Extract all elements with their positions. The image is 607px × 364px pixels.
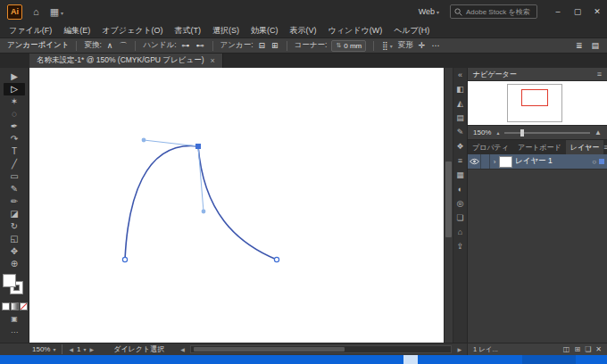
menu-effect[interactable]: 効果(C)	[251, 25, 279, 37]
navigator-zoom-slider[interactable]	[504, 132, 590, 134]
artboard-navigation-select[interactable]: 1▾	[77, 345, 86, 353]
remove-anchor-icon[interactable]: ⊟	[258, 42, 267, 50]
corner-radius-stepper[interactable]: ⇅0 mm	[331, 40, 366, 52]
anchor-point[interactable]	[122, 257, 127, 261]
symbols-panel-icon[interactable]: ❖	[456, 143, 463, 151]
draw-mode-icon[interactable]: ▣	[11, 316, 18, 323]
arrange-documents-icon[interactable]: ▦▾	[50, 7, 63, 17]
add-anchor-icon[interactable]: ⊞	[270, 42, 279, 50]
layer-visibility-toggle[interactable]	[468, 154, 481, 169]
graphic-styles-panel-icon[interactable]: ❏	[456, 214, 463, 222]
layer-thumbnail[interactable]	[500, 157, 511, 167]
minimize-button[interactable]: –	[548, 0, 568, 23]
libraries-panel-icon[interactable]: ⌂	[458, 228, 462, 236]
layer-row-1[interactable]: › レイヤー 1 ○	[468, 154, 607, 170]
scale-tool[interactable]: ◱	[4, 233, 25, 245]
drawn-path[interactable]	[125, 146, 277, 260]
stroke-panel-icon[interactable]: ≡	[458, 157, 462, 165]
menu-help[interactable]: ヘルプ(H)	[394, 25, 429, 37]
align-icon[interactable]: ✛	[418, 42, 427, 50]
maximize-button[interactable]: ▢	[568, 0, 587, 23]
zoom-in-icon[interactable]: ▲	[595, 128, 602, 136]
taskbar-item[interactable]	[522, 355, 576, 364]
selection-tool[interactable]: ▶	[4, 70, 25, 83]
rectangle-tool[interactable]: ▭	[4, 170, 25, 183]
menu-object[interactable]: オブジェクト(O)	[102, 25, 162, 37]
zoom-out-icon[interactable]: ▲	[495, 130, 500, 136]
zoom-slider-thumb[interactable]	[520, 129, 524, 136]
expand-panels-icon[interactable]: «	[458, 71, 462, 79]
scroll-left-button[interactable]: ◀	[180, 346, 185, 352]
edit-toolbar-icon[interactable]: ⋯	[11, 329, 18, 336]
pen-tool[interactable]: ✒	[4, 120, 25, 133]
make-clipping-mask-icon[interactable]: ◫	[563, 346, 570, 353]
brushes-panel-icon[interactable]: ✎	[457, 128, 464, 136]
close-button[interactable]: ✕	[587, 0, 607, 23]
convert-to-corner-icon[interactable]: ∧	[106, 42, 114, 50]
menu-select[interactable]: 選択(S)	[212, 25, 239, 37]
color-button[interactable]	[3, 303, 9, 310]
layer-lock-toggle[interactable]	[481, 154, 490, 169]
create-layer-icon[interactable]: ❏	[585, 346, 591, 353]
windows-taskbar[interactable]	[0, 355, 607, 364]
convert-to-smooth-icon[interactable]: ⌒	[118, 42, 128, 50]
eraser-tool[interactable]: ◪	[4, 208, 25, 220]
lasso-tool[interactable]: ◌	[4, 108, 25, 120]
delete-layer-icon[interactable]: ✕	[595, 346, 602, 353]
navigator-preview[interactable]	[468, 81, 607, 126]
horizontal-scrollbar[interactable]	[190, 345, 453, 353]
gradient-button[interactable]	[12, 303, 18, 310]
shaper-tool[interactable]: ✏	[4, 195, 25, 208]
anchor-point[interactable]	[274, 257, 279, 261]
curvature-tool[interactable]: ↷	[4, 133, 25, 145]
vertical-scrollbar[interactable]	[444, 68, 453, 343]
tab-artboards[interactable]: アートボード	[513, 140, 566, 154]
scroll-right-button[interactable]: ▶	[457, 346, 461, 352]
snap-grid-icon[interactable]: ⣿▾	[381, 42, 394, 50]
more-options-icon[interactable]: ⋯	[430, 42, 440, 50]
handle-end-point[interactable]	[202, 210, 206, 214]
navigator-view-rect[interactable]	[521, 89, 548, 106]
direct-selection-tool[interactable]: ▷	[4, 83, 25, 95]
dock-icon[interactable]: ▤	[590, 42, 600, 50]
fill-color-swatch[interactable]	[4, 275, 15, 286]
transparency-panel-icon[interactable]: ◐	[458, 186, 462, 194]
home-icon[interactable]: ⌂	[33, 7, 39, 17]
next-artboard-button[interactable]: ▶	[90, 346, 95, 352]
document-tab[interactable]: 名称未設定-1* @ 150% (CMYK/GPU プレビュー) ×	[29, 54, 223, 68]
menu-window[interactable]: ウィンドウ(W)	[328, 25, 383, 37]
stock-search-input[interactable]: Adobe Stock を検索	[450, 4, 537, 19]
rotate-tool[interactable]: ↻	[4, 220, 25, 233]
horizontal-scrollbar-thumb[interactable]	[194, 347, 345, 352]
selected-anchor-point[interactable]	[195, 144, 201, 149]
artboard-canvas[interactable]	[29, 68, 444, 343]
hide-handles-icon[interactable]: ⊷	[195, 42, 205, 50]
menu-type[interactable]: 書式(T)	[175, 25, 202, 37]
magic-wand-tool[interactable]: ✶	[4, 95, 25, 108]
transform-label[interactable]: 変形	[398, 40, 413, 51]
gradient-panel-icon[interactable]: ▦	[456, 171, 464, 179]
swatches-panel-icon[interactable]: ▤	[456, 114, 464, 122]
navigator-zoom-value[interactable]: 150%	[473, 128, 491, 136]
menu-file[interactable]: ファイル(F)	[9, 25, 52, 37]
tab-layers[interactable]: レイヤー	[566, 140, 604, 154]
menu-edit[interactable]: 編集(E)	[63, 25, 90, 37]
panel-list-icon[interactable]: ≣	[575, 42, 584, 50]
show-handles-icon[interactable]: ⊶	[181, 42, 191, 50]
expand-layer-icon[interactable]: ›	[490, 158, 499, 166]
layer-target-icon[interactable]: ○	[592, 158, 596, 166]
asset-export-panel-icon[interactable]: ⇪	[457, 243, 464, 251]
line-segment-tool[interactable]: ╱	[4, 158, 25, 170]
handle-end-point[interactable]	[142, 138, 146, 143]
panel-menu-icon[interactable]: ≡	[603, 140, 607, 154]
workspace-switcher[interactable]: Web▾	[419, 7, 439, 16]
hand-tool[interactable]: ✥	[4, 245, 25, 258]
menu-view[interactable]: 表示(V)	[290, 25, 317, 37]
tab-properties[interactable]: プロパティ	[468, 140, 513, 154]
type-tool[interactable]: T	[4, 145, 25, 158]
close-tab-icon[interactable]: ×	[210, 56, 214, 65]
taskbar-item[interactable]	[403, 355, 418, 364]
prev-artboard-button[interactable]: ◀	[69, 346, 73, 352]
panel-menu-icon[interactable]: ≡	[597, 70, 602, 79]
vertical-scrollbar-thumb[interactable]	[445, 161, 452, 237]
